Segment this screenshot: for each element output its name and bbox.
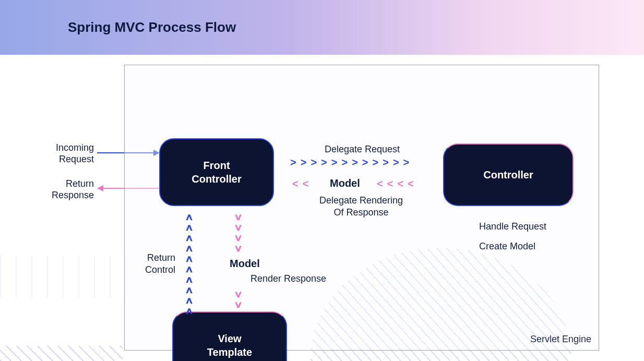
render-response-label: Render Response (251, 273, 326, 285)
return-response-label: Return Response (31, 178, 94, 201)
incoming-request-label: Incoming Request (31, 142, 94, 165)
delegate-rendering-label: Delegate Rendering Of Response (319, 195, 403, 218)
render-response-chevrons-top-icon: ∨∨∨∨ (235, 212, 242, 253)
diagram-area: Incoming Request Return Response Servlet… (0, 55, 644, 361)
text: Of Response (334, 207, 389, 218)
delegate-rendering-chevrons-left-icon: << (292, 178, 311, 190)
text: Template (207, 346, 252, 358)
svg-marker-3 (97, 185, 103, 191)
text: Incoming (56, 142, 94, 153)
delegate-rendering-chevrons-right-icon: <<<< (377, 178, 416, 190)
text: Controller (483, 169, 533, 180)
controller-node: Controller (443, 143, 574, 206)
return-control-chevrons-icon: ∧∧∧∧∧∧∧∧∧∧ (186, 212, 193, 316)
front-controller-node: Front Controller (159, 138, 274, 206)
container-label: Servlet Engine (530, 334, 591, 345)
text: View (218, 333, 241, 344)
model-center-label: Model (330, 177, 360, 190)
delegate-request-chevrons-icon: >>>>>>>>>>>> (290, 157, 411, 169)
decorative-stripes-bottom-left (0, 346, 123, 361)
model-left-label: Model (230, 257, 260, 270)
text: Return (147, 252, 175, 263)
text: Front (203, 160, 230, 171)
render-response-chevrons-bottom-icon: ∨∨ (235, 290, 242, 309)
text: Return (66, 178, 94, 189)
text: Delegate Rendering (319, 195, 403, 206)
text: Response (52, 190, 94, 200)
text: Controller (192, 173, 242, 185)
text: Request (59, 154, 94, 164)
header-banner: Spring MVC Process Flow (0, 0, 644, 55)
decorative-stripes-top (0, 256, 141, 297)
handle-request-label: Handle Request (479, 221, 546, 233)
return-control-label: Return Control (145, 252, 175, 275)
delegate-request-label: Delegate Request (325, 143, 400, 155)
text: Control (145, 264, 175, 275)
create-model-label: Create Model (479, 240, 535, 252)
page-title: Spring MVC Process Flow (68, 19, 236, 35)
view-template-node: View Template (172, 311, 287, 361)
